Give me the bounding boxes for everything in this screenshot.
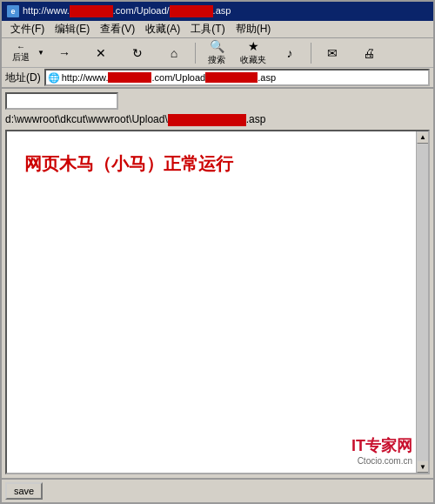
media-icon: ♪ — [287, 46, 293, 60]
refresh-button[interactable]: ↻ — [120, 40, 155, 66]
scroll-up-button[interactable]: ▲ — [417, 131, 429, 144]
search-icon: 🔍 — [210, 39, 224, 53]
back-button[interactable]: ← 后退 — [5, 40, 37, 66]
address-bar: 地址(D) 🌐 http://www. .com/Upload .asp — [2, 68, 433, 89]
search-label: 搜索 — [208, 54, 225, 66]
address-redact-2 — [205, 72, 258, 83]
refresh-icon: ↻ — [132, 46, 143, 60]
title-redact-1 — [70, 5, 113, 17]
menu-edit[interactable]: 编辑(E) — [50, 21, 95, 37]
home-button[interactable]: ⌂ — [157, 40, 191, 66]
watermark: IT专家网 Ctocio.com.cn — [351, 435, 412, 466]
print-button[interactable]: 🖨 — [351, 40, 386, 66]
mail-button[interactable]: ✉ — [315, 40, 350, 66]
menu-file[interactable]: 文件(F) — [5, 21, 50, 37]
scroll-down-button[interactable]: ▼ — [417, 460, 429, 473]
watermark-main-text: IT专家网 — [351, 435, 412, 456]
scrollbar[interactable]: ▲ ▼ — [416, 131, 428, 473]
back-button-group: ← 后退 ▼ — [5, 40, 45, 66]
page-icon: 🌐 — [48, 72, 60, 84]
browser-window: e http://www. .com/Upload/ .asp 文件(F) 编辑… — [0, 0, 435, 504]
watermark-sub-text: Ctocio.com.cn — [351, 456, 412, 466]
title-bar-text: e http://www. .com/Upload/ .asp — [7, 5, 428, 17]
page-area: d:\wwwroot\dkcut\wwwroot\Upload\ .asp 网页… — [2, 89, 433, 478]
print-icon: 🖨 — [363, 46, 375, 60]
address-input-container[interactable]: 🌐 http://www. .com/Upload .asp — [44, 69, 430, 86]
menu-help[interactable]: 帮助(H) — [231, 21, 277, 37]
separator-2 — [311, 43, 311, 64]
address-redact-1 — [108, 72, 151, 83]
back-dropdown[interactable]: ▼ — [37, 40, 45, 66]
filepath-suffix: .asp — [246, 113, 266, 125]
file-path: d:\wwwroot\dkcut\wwwroot\Upload\ .asp — [5, 113, 430, 126]
content-box: 网页木马（小马）正常运行 IT专家网 Ctocio.com.cn ▲ ▼ — [5, 130, 430, 474]
favorites-label: 收藏夹 — [240, 54, 266, 66]
back-icon: ← — [17, 42, 25, 51]
menu-bar: 文件(F) 编辑(E) 查看(V) 收藏(A) 工具(T) 帮助(H) — [2, 21, 433, 38]
menu-view[interactable]: 查看(V) — [95, 21, 140, 37]
separator-1 — [195, 43, 196, 64]
address-text: http://www. .com/Upload .asp — [62, 72, 426, 83]
menu-favorites[interactable]: 收藏(A) — [140, 21, 185, 37]
forward-button[interactable]: → — [47, 40, 82, 66]
title-redact-2 — [170, 5, 213, 17]
page-input-field[interactable] — [5, 92, 118, 110]
mail-icon: ✉ — [327, 46, 338, 60]
home-icon: ⌂ — [171, 46, 177, 60]
stop-button[interactable]: ✕ — [84, 40, 118, 66]
title-text: http://www. .com/Upload/ .asp — [23, 5, 231, 17]
stop-icon: ✕ — [96, 46, 106, 60]
forward-icon: → — [58, 46, 70, 60]
media-button[interactable]: ♪ — [272, 40, 307, 66]
main-content-text: 网页木马（小马）正常运行 — [24, 152, 233, 176]
address-label: 地址(D) — [5, 71, 41, 85]
filepath-prefix: d:\wwwroot\dkcut\wwwroot\Upload\ — [5, 113, 168, 125]
save-button[interactable]: save — [5, 482, 43, 500]
toolbar: ← 后退 ▼ → ✕ ↻ ⌂ 🔍 搜索 ★ 收藏夹 — [2, 38, 433, 68]
browser-icon: e — [7, 5, 19, 17]
back-label: 后退 — [12, 51, 30, 64]
search-button[interactable]: 🔍 搜索 — [199, 40, 234, 66]
scroll-track[interactable] — [417, 144, 428, 460]
filepath-redact — [168, 114, 246, 126]
favorites-icon: ★ — [248, 39, 259, 53]
favorites-button[interactable]: ★ 收藏夹 — [236, 40, 271, 66]
title-bar: e http://www. .com/Upload/ .asp — [2, 2, 433, 21]
bottom-bar: save — [2, 478, 433, 502]
menu-tools[interactable]: 工具(T) — [185, 21, 230, 37]
